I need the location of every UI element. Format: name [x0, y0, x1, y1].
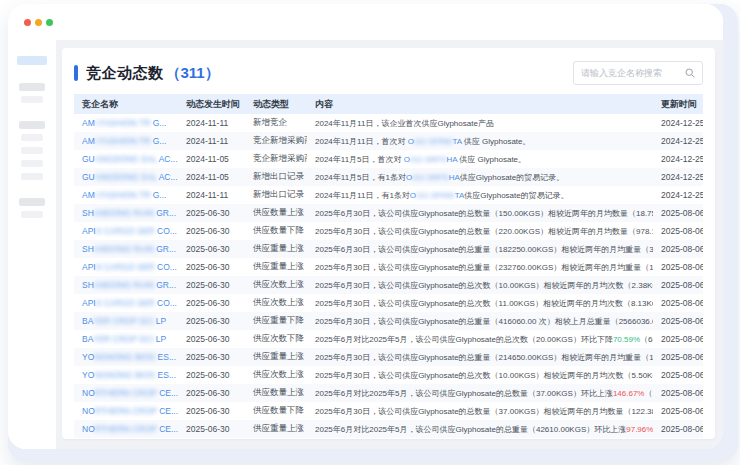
maximize-window-icon[interactable] [46, 19, 53, 26]
competitor-name-link[interactable]: AMI FASHION TR G... [74, 186, 178, 204]
content-card: 竞企动态数 （311） [62, 48, 715, 439]
table-row: APIX CARGO SER CO...2025-06-30供应数量下降2025… [74, 222, 703, 240]
search-input[interactable] [581, 68, 685, 78]
search-icon[interactable] [685, 68, 695, 78]
content-cell: 2024年11月5日，首次对 OGG SRPSHA 供应 Glyphosate。 [307, 150, 653, 168]
sidebar-item-placeholder[interactable] [21, 134, 43, 141]
sidebar-item-placeholder[interactable] [21, 147, 43, 154]
dynamic-type-cell: 供应次数上涨 [245, 276, 307, 294]
dynamic-type-cell: 供应次数下降 [245, 330, 307, 348]
event-time-cell: 2025-06-30 [178, 240, 245, 258]
app-body: 竞企动态数 （311） [8, 40, 723, 449]
update-time-cell: 2024-12-25 [653, 186, 703, 204]
content-cell: 2025年6月30日，该公司供应Glyphosate的总次数（10.00KGS）… [307, 276, 653, 294]
table-row: NORTHERN CROP CE...2025-06-30供应数量下降2025年… [74, 402, 703, 420]
content-cell: 2024年11月5日，有1条对OGG SRPSHA供应Glyphosate的贸易… [307, 168, 653, 186]
event-time-cell: 2025-06-30 [178, 294, 245, 312]
sidebar-item-placeholder[interactable] [19, 198, 45, 206]
app-window: 竞企动态数 （311） [8, 4, 738, 462]
traffic-light-dots [24, 19, 53, 26]
sidebar-item-placeholder[interactable] [21, 211, 43, 218]
table-row: BAYER CROP SCI LP2025-06-30供应次数下降2025年6月… [74, 330, 703, 348]
update-time-cell: 2025-08-06 [653, 240, 703, 258]
table-row: YONGNONG BIOS ES...2025-06-30供应次数上涨2025年… [74, 366, 703, 384]
update-time-cell: 2025-08-06 [653, 330, 703, 348]
sidebar-item-placeholder[interactable] [17, 56, 47, 65]
competitor-search-box[interactable] [573, 61, 703, 85]
minimize-window-icon[interactable] [35, 19, 42, 26]
competitor-name-link[interactable]: APIX CARGO SER CO... [74, 294, 178, 312]
content-cell: 2025年6月30日，该公司供应Glyphosate的总重量（182250.00… [307, 240, 653, 258]
sidebar-item-placeholder[interactable] [21, 96, 43, 103]
competitor-name-link[interactable]: GUANGDONG SAL AC... [74, 168, 178, 186]
dynamic-type-cell: 供应次数上涨 [245, 366, 307, 384]
sidebar-item-placeholder[interactable] [19, 83, 45, 91]
dynamic-type-cell: 供应数量上涨 [245, 204, 307, 222]
table-row: AMI FASHION TR G...2024-11-11竞企新增采购商2024… [74, 132, 703, 150]
column-header: 动态类型 [245, 94, 307, 114]
content-cell: 2025年6月30日，该公司供应Glyphosate的总重量（214650.00… [307, 348, 653, 366]
sidebar-item-placeholder[interactable] [19, 121, 45, 129]
table-header: 竞企名称动态发生时间动态类型内容更新时间 [74, 94, 703, 114]
competitor-name-link[interactable]: AMI FASHION TR G... [74, 114, 178, 132]
competitor-name-link[interactable]: SHANDONG RAIN GR... [74, 276, 178, 294]
table-row: AMI FASHION TR G...2024-11-11新增出口记录2024年… [74, 186, 703, 204]
content-cell: 2024年11月11日，有1条对OGG SPRWTA供应Glyphosate的贸… [307, 186, 653, 204]
competitor-name-link[interactable]: APIX CARGO SER CO... [74, 258, 178, 276]
competitor-name-link[interactable]: YONGNONG BIOS ES... [74, 348, 178, 366]
record-count: （311） [166, 64, 220, 83]
dynamic-type-cell: 竞企新增采购商 [245, 150, 307, 168]
competitor-name-link[interactable]: GUANGDONG SAL AC... [74, 150, 178, 168]
content-cell: 2025年6月30日，该公司供应Glyphosate的总数量（220.00KGS… [307, 222, 653, 240]
content-cell: 2024年11月11日，该企业首次供应Glyphosate产品 [307, 114, 653, 132]
table-row: APIX CARGO SER CO...2025-06-30供应次数上涨2025… [74, 294, 703, 312]
event-time-cell: 2025-06-30 [178, 312, 245, 330]
competitor-name-link[interactable]: YONGNONG BIOS ES... [74, 366, 178, 384]
sidebar-item-placeholder[interactable] [21, 173, 43, 180]
event-time-cell: 2025-06-30 [178, 348, 245, 366]
competitor-name-link[interactable]: AMI FASHION TR G... [74, 132, 178, 150]
dynamic-type-cell: 供应重量上涨 [245, 240, 307, 258]
table-row: GUANGDONG SAL AC...2024-11-05竞企新增采购商2024… [74, 150, 703, 168]
screenshot-stage: 竞企动态数 （311） [0, 0, 740, 465]
competitor-name-link[interactable]: NORTHERN CROP CE... [74, 420, 178, 438]
table-row: GUANGDONG SAL AC...2024-11-05新增出口记录2024年… [74, 168, 703, 186]
dynamic-type-cell: 供应重量下降 [245, 312, 307, 330]
table-row: SHANDONG RAIN GR...2025-06-30供应数量上涨2025年… [74, 204, 703, 222]
app-frame: 竞企动态数 （311） [8, 4, 723, 449]
event-time-cell: 2024-11-11 [178, 114, 245, 132]
competitor-name-link[interactable]: BAYER CROP SCI LP [74, 312, 178, 330]
competitor-name-link[interactable]: SHANDONG RAIN GR... [74, 204, 178, 222]
competitor-name-link[interactable]: NORTHERN CROP CE... [74, 402, 178, 420]
event-time-cell: 2025-06-30 [178, 330, 245, 348]
dynamic-type-cell: 供应次数上涨 [245, 294, 307, 312]
content-cell: 2025年6月对比2025年5月，该公司供应Glyphosate的总重量（426… [307, 420, 653, 438]
close-window-icon[interactable] [24, 19, 31, 26]
competitor-name-link[interactable]: APIX CARGO SER CO... [74, 222, 178, 240]
update-time-cell: 2025-08-06 [653, 222, 703, 240]
table-row: NORTHERN CROP CE...2025-06-30供应重量上涨2025年… [74, 420, 703, 438]
update-time-cell: 2024-12-25 [653, 114, 703, 132]
update-time-cell: 2025-08-06 [653, 258, 703, 276]
content-cell: 2025年6月30日，该公司供应Glyphosate的总次数（10.00KGS）… [307, 366, 653, 384]
content-cell: 2024年11月11日，首次对 OGG SPRWTA 供应 Glyphosate… [307, 132, 653, 150]
dynamic-type-cell: 新增竞企 [245, 114, 307, 132]
event-time-cell: 2024-11-05 [178, 150, 245, 168]
content-cell: 2025年6月对比2025年5月，该公司供应Glyphosate的总次数（20.… [307, 330, 653, 348]
content-cell: 2025年6月30日，该公司供应Glyphosate的总次数（11.00KGS）… [307, 294, 653, 312]
column-header: 竞企名称 [74, 94, 178, 114]
update-time-cell: 2025-08-06 [653, 402, 703, 420]
table-row: BAYER CROP SCI LP2025-06-30供应重量下降2025年6月… [74, 312, 703, 330]
competitor-name-link[interactable]: SHANDONG RAIN GR... [74, 240, 178, 258]
competitor-name-link[interactable]: NORTHERN CROP CE... [74, 384, 178, 402]
event-time-cell: 2024-11-11 [178, 132, 245, 150]
competitor-name-link[interactable]: BAYER CROP SCI LP [74, 330, 178, 348]
dynamic-type-cell: 供应数量下降 [245, 402, 307, 420]
column-header: 动态发生时间 [178, 94, 245, 114]
content-cell: 2025年6月30日，该公司供应Glyphosate的总数量（150.00KGS… [307, 204, 653, 222]
event-time-cell: 2025-06-30 [178, 222, 245, 240]
content-cell: 2025年6月30日，该公司供应Glyphosate的总重量（416060.00… [307, 312, 653, 330]
update-time-cell: 2025-08-06 [653, 294, 703, 312]
column-header: 内容 [307, 94, 653, 114]
sidebar-item-placeholder[interactable] [21, 160, 43, 167]
